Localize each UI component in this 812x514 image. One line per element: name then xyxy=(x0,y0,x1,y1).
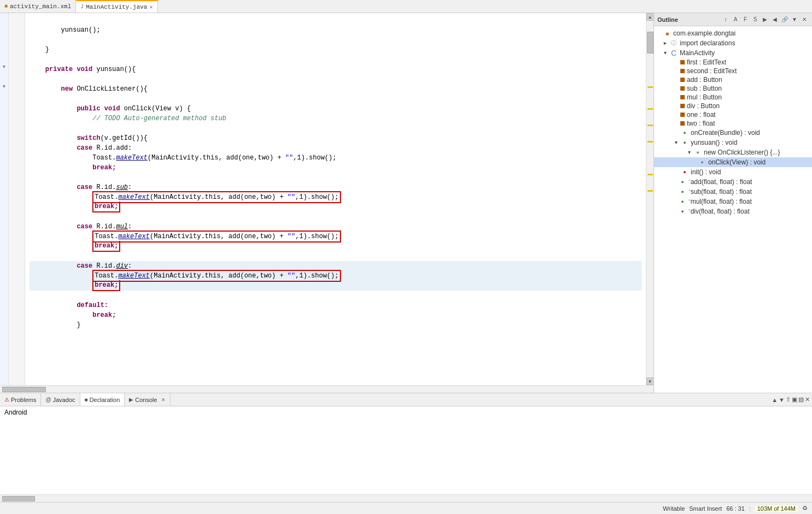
bottom-h-scrollbar[interactable] xyxy=(0,494,812,502)
outline-expand-btn[interactable]: ▶ xyxy=(761,15,769,24)
outline-link-btn[interactable]: 🔗 xyxy=(780,15,789,24)
bottom-toolbar-close[interactable]: ✕ xyxy=(805,396,810,403)
method-label-text: add(float, float) : float xyxy=(691,178,752,186)
writable-status: Writable xyxy=(663,505,685,512)
outline-collapse-btn[interactable]: ◀ xyxy=(770,15,779,24)
field-icon xyxy=(680,104,685,108)
tree-item-div-field[interactable]: div : Button xyxy=(654,102,812,110)
gc-icon[interactable]: ♻ xyxy=(802,505,808,512)
tree-item-yunsuan[interactable]: ▼ ● yunsuan() : void xyxy=(654,138,812,147)
gutter-cell xyxy=(0,229,8,239)
code-line xyxy=(30,173,642,182)
outline-hide-fields-btn[interactable]: F xyxy=(741,15,750,24)
code-line: default: xyxy=(30,300,642,310)
field-icon xyxy=(680,95,685,99)
scroll-up-arrow[interactable]: ▲ xyxy=(646,13,654,21)
expand-icon[interactable]: ▼ xyxy=(674,140,680,145)
position-status: 66 : 31 xyxy=(726,505,745,512)
tree-item-one-field[interactable]: one : float xyxy=(654,110,812,119)
field-label: one : float xyxy=(687,111,716,119)
outline-title: Outline xyxy=(657,16,678,23)
gutter-cell xyxy=(0,328,8,338)
tab-declaration[interactable]: ■ Declaration xyxy=(80,393,125,406)
editor-scroll: ▼ ▼ xyxy=(0,13,654,385)
method-label-text: mul(float, float) : float xyxy=(691,198,752,205)
bottom-h-scroll-thumb[interactable] xyxy=(2,496,35,501)
separator: | xyxy=(749,505,751,512)
code-line: Toast.makeText(MainActivity.this, add(on… xyxy=(30,271,642,281)
tree-item-first[interactable]: first : EditText xyxy=(654,58,812,67)
gutter-cell xyxy=(0,220,8,229)
tree-item-imports[interactable]: ► ⓘ import declarations xyxy=(654,38,812,48)
tree-item-sub-field[interactable]: sub : Button xyxy=(654,84,812,93)
tree-item-mainactivity[interactable]: ▼ C MainActivity xyxy=(654,48,812,58)
expand-icon[interactable]: ▼ xyxy=(663,50,669,56)
gutter-collapse[interactable]: ▼ xyxy=(0,82,8,92)
scroll-marker xyxy=(648,174,653,175)
package-icon: ■ xyxy=(663,29,672,38)
outline-close-btn[interactable]: ✕ xyxy=(800,15,809,24)
tab-console[interactable]: ▶ Console ✕ xyxy=(125,393,170,406)
tree-item-add-field[interactable]: add : Button xyxy=(654,75,812,84)
outline-menu-btn[interactable]: ▼ xyxy=(790,15,799,24)
insert-mode-status: Smart Insert xyxy=(689,505,722,512)
tree-item-two-field[interactable]: two : float xyxy=(654,119,812,128)
outline-hide-static-btn[interactable]: S xyxy=(751,15,760,24)
bottom-toolbar-btn5[interactable]: ▤ xyxy=(798,396,804,403)
bottom-toolbar-btn3[interactable]: ⇧ xyxy=(786,396,791,403)
gutter-cell xyxy=(0,161,8,170)
scroll-down-arrow[interactable]: ▼ xyxy=(646,377,654,385)
field-icon xyxy=(680,113,685,117)
expand-icon[interactable]: ► xyxy=(663,40,669,46)
tree-item-listener[interactable]: ▼ ● new OnClickListener() {...} xyxy=(654,147,812,157)
code-line xyxy=(30,35,642,45)
field-icon xyxy=(680,60,685,64)
code-line: } xyxy=(30,45,642,55)
editor-scrollbar[interactable]: ▲ ▼ xyxy=(646,13,654,385)
console-close-icon[interactable]: ✕ xyxy=(161,397,166,403)
code-line xyxy=(30,55,642,64)
gutter-cell xyxy=(0,43,8,52)
code-line: break; xyxy=(30,202,642,212)
h-scroll-thumb[interactable] xyxy=(2,387,46,392)
tree-item-oncreate[interactable]: ● onCreate(Bundle) : void xyxy=(654,128,812,138)
tree-item-second[interactable]: second : EditText xyxy=(654,67,812,75)
gutter-collapse[interactable]: ▼ xyxy=(0,62,8,72)
scroll-thumb[interactable] xyxy=(647,32,654,54)
outline-sort-alpha-btn[interactable]: A xyxy=(731,15,740,24)
tab-activity-main[interactable]: ■ activity_main.xml xyxy=(0,0,76,13)
gutter-cell xyxy=(0,269,8,279)
bottom-toolbar-btn2[interactable]: ▼ xyxy=(779,397,785,403)
tree-item-mul-method[interactable]: ● “ mul(float, float) : float xyxy=(654,197,812,206)
code-editor[interactable]: yunsuan(); } private void yunsuan(){ new… xyxy=(25,13,646,385)
field-label: two : float xyxy=(687,120,715,127)
h-scrollbar[interactable] xyxy=(0,385,654,393)
expand-icon[interactable]: ▼ xyxy=(687,150,693,155)
bottom-toolbar-btn4[interactable]: ▣ xyxy=(792,396,797,403)
gutter-cell xyxy=(0,180,8,190)
method-icon: ● xyxy=(680,168,689,176)
tree-item-package[interactable]: ■ com.example.dongtai xyxy=(654,28,812,38)
bottom-tab-bar: ⚠ Problems @ Javadoc ■ Declaration ▶ Con… xyxy=(0,393,812,406)
scroll-track[interactable] xyxy=(646,21,654,377)
package-label: com.example.dongtai xyxy=(673,29,735,37)
code-line: Toast.makeText(MainActivity.this, add(on… xyxy=(30,153,642,163)
method-pub-icon: ● xyxy=(678,207,687,216)
tab-javadoc[interactable]: @ Javadoc xyxy=(41,393,80,406)
tree-item-init[interactable]: ● init() : void xyxy=(654,167,812,177)
close-icon[interactable]: ✕ xyxy=(149,4,152,10)
tree-item-sub-method[interactable]: ● “ sub(float, float) : float xyxy=(654,187,812,197)
tree-item-mul-field[interactable]: mul : Button xyxy=(654,93,812,102)
tab-problems[interactable]: ⚠ Problems xyxy=(0,393,41,406)
gutter-cell xyxy=(0,151,8,161)
gutter-cell xyxy=(0,72,8,82)
tree-item-onclick[interactable]: ● onClick(View) : void xyxy=(654,157,812,167)
left-gutter: ▼ ▼ xyxy=(0,13,9,385)
declaration-label: Declaration xyxy=(90,397,120,403)
bottom-toolbar-btn1[interactable]: ▲ xyxy=(772,397,778,403)
tree-item-add-method[interactable]: ● “ add(float, float) : float xyxy=(654,177,812,187)
tab-main-activity[interactable]: J MainActivity.java ✕ xyxy=(76,0,157,13)
tree-item-div-method[interactable]: ● “ div(float, float) : float xyxy=(654,206,812,216)
outline-toolbar: ↕ A F S ▶ ◀ 🔗 ▼ ✕ xyxy=(721,15,809,24)
outline-sort-btn[interactable]: ↕ xyxy=(721,15,730,24)
